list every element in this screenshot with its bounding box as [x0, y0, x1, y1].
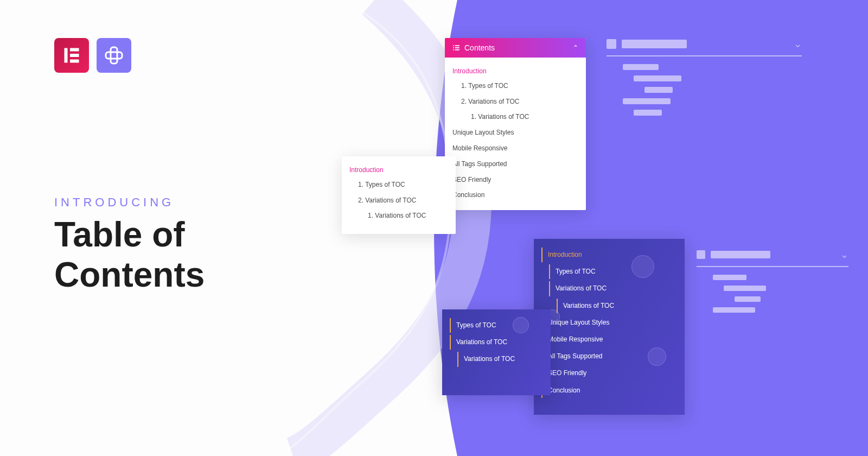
toc-item[interactable]: 2. Variations of TOC: [358, 194, 448, 207]
toc-item[interactable]: Conclusion: [541, 383, 677, 398]
toc-item[interactable]: Variations of TOC: [457, 352, 543, 366]
svg-rect-5: [106, 52, 122, 59]
toc-header-label: Contents: [464, 43, 495, 52]
toc-item[interactable]: Introduction: [452, 65, 578, 78]
plus-logo-icon: [97, 38, 131, 73]
wireframe-toc-1: ⌄: [607, 38, 802, 121]
logo-row: [54, 38, 131, 73]
decor-bubble: [513, 317, 529, 333]
svg-rect-7: [453, 47, 454, 48]
toc-item[interactable]: SEO Friendly: [541, 366, 677, 381]
toc-widget-dark-main: Introduction Types of TOC Variations of …: [534, 239, 685, 415]
toc-widget-white-main: Contents ⌃ Introduction 1. Types of TOC …: [445, 38, 586, 210]
toc-item[interactable]: SEO Friendly: [452, 174, 578, 186]
toc-widget-white-small: Introduction 1. Types of TOC 2. Variatio…: [342, 156, 456, 234]
svg-rect-6: [453, 45, 454, 46]
toc-item[interactable]: 1. Variations of TOC: [461, 111, 578, 123]
hero-text: INTRODUCING Table of Contents: [54, 195, 205, 295]
toc-item[interactable]: 1. Types of TOC: [461, 80, 578, 92]
svg-rect-3: [70, 60, 79, 63]
hero-kicker: INTRODUCING: [54, 195, 205, 210]
toc-item[interactable]: All Tags Supported: [452, 158, 578, 170]
toc-item[interactable]: Variations of TOC: [450, 335, 543, 350]
toc-item[interactable]: Conclusion: [452, 189, 578, 201]
hero-title: Table of Contents: [54, 215, 205, 295]
toc-item[interactable]: Variations of TOC: [549, 281, 677, 296]
decor-bubble: [648, 347, 666, 366]
chevron-down-icon: ⌄: [840, 249, 848, 261]
svg-rect-1: [70, 48, 79, 52]
decor-bubble: [631, 255, 654, 278]
toc-item[interactable]: Mobile Responsive: [541, 332, 677, 347]
svg-rect-9: [455, 45, 459, 46]
chevron-down-icon: ⌄: [794, 38, 802, 50]
toc-body: Introduction 1. Types of TOC 2. Variatio…: [445, 58, 586, 210]
toc-header-bar[interactable]: Contents ⌃: [445, 38, 586, 58]
svg-rect-2: [70, 54, 79, 57]
svg-rect-10: [455, 47, 459, 48]
elementor-logo-icon: [54, 38, 89, 73]
toc-item[interactable]: 1. Types of TOC: [358, 179, 448, 191]
list-icon: [452, 44, 460, 52]
svg-rect-0: [65, 48, 68, 63]
toc-item[interactable]: Mobile Responsive: [452, 142, 578, 155]
toc-item[interactable]: Unique Layout Styles: [452, 126, 578, 139]
wireframe-toc-2: ⌄: [697, 249, 848, 318]
toc-item[interactable]: 2. Variations of TOC: [461, 96, 578, 108]
toc-item[interactable]: 1. Variations of TOC: [358, 210, 448, 222]
toc-item[interactable]: Types of TOC: [450, 318, 543, 333]
svg-rect-11: [455, 49, 459, 50]
toc-widget-dark-small: Types of TOC Variations of TOC Variation…: [442, 309, 551, 395]
svg-rect-4: [111, 47, 117, 64]
toc-item[interactable]: Introduction: [349, 164, 448, 176]
toc-item[interactable]: Types of TOC: [549, 264, 677, 279]
toc-item[interactable]: Introduction: [541, 248, 677, 262]
toc-item[interactable]: Unique Layout Styles: [541, 315, 677, 330]
chevron-up-icon: ⌃: [573, 44, 578, 52]
svg-rect-8: [453, 49, 454, 50]
toc-item[interactable]: Variations of TOC: [557, 299, 677, 313]
